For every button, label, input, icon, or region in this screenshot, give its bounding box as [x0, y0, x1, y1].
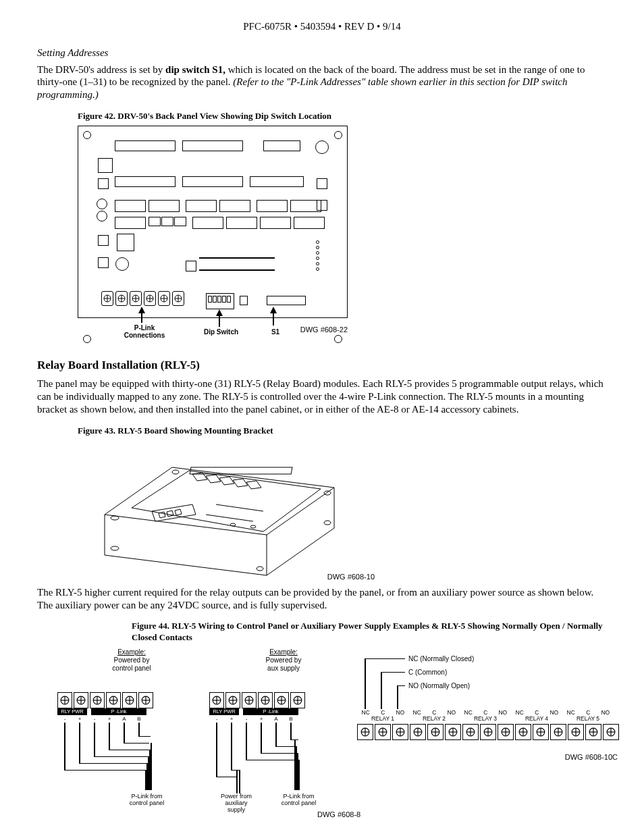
fig43-dwg: DWG #608-10: [327, 573, 375, 582]
pin: B: [284, 716, 298, 723]
caption-plink-1: P-Link from control panel: [115, 793, 179, 807]
relay-terminal: [550, 724, 566, 740]
s1-label: S1: [265, 328, 286, 336]
relay-name: RELAY 4: [511, 715, 562, 723]
example2-head: Example:: [216, 648, 351, 657]
relay-terminal: [357, 724, 373, 740]
relay-terminal: [410, 724, 426, 740]
caption-plink-2: P-Link from control panel: [270, 793, 327, 807]
pin: A: [117, 716, 132, 723]
pin: A: [269, 716, 284, 723]
pin: +: [254, 716, 269, 723]
dip-label: Dip Switch: [199, 328, 243, 336]
svg-point-42: [250, 525, 256, 528]
svg-line-39: [206, 515, 253, 521]
relay-name: RELAY 3: [460, 715, 511, 723]
plink-label-2: P -Link: [243, 708, 298, 715]
figure42-caption: Figure 42. DRV-50's Back Panel View Show…: [78, 111, 607, 122]
pin: -: [87, 716, 102, 723]
plink-terminals: [101, 291, 184, 306]
figure43: DWG #608-10: [91, 440, 348, 582]
relay-terminal: [462, 724, 479, 740]
relay-terminal: [515, 724, 531, 740]
figure44-caption: Figure 44. RLY-5 Wiring to Control Panel…: [132, 621, 607, 643]
s1-connector: [267, 296, 306, 305]
ex1-l1: Powered by: [114, 656, 150, 664]
example1-head: Example:: [64, 648, 199, 657]
figure42: P-Link Connections Dip Switch S1 DWG #60…: [78, 126, 607, 348]
pin: +: [224, 716, 239, 723]
terminal-row-2: [209, 692, 305, 708]
relay-terminal: [480, 724, 496, 740]
figure44: Example: Powered bycontrol panel RLY PWR…: [51, 648, 618, 834]
relay-terminal: [392, 724, 408, 740]
svg-marker-28: [132, 471, 321, 531]
plink-label-1: P -Link: [91, 708, 146, 715]
rlypwr-label-1: RLY PWR: [57, 708, 87, 715]
paragraph-rly5-2: The RLY-5 higher current required for th…: [37, 586, 607, 612]
relay-terminal: [568, 724, 584, 740]
pin: +: [72, 716, 87, 723]
figure43-caption: Figure 43. RLY-5 Board Showing Mounting …: [78, 425, 607, 436]
ex1-l2: control panel: [112, 664, 151, 672]
pin: +: [102, 716, 117, 723]
terminal-row-1: [57, 692, 153, 708]
svg-line-20: [267, 488, 334, 535]
svg-point-27: [257, 567, 263, 571]
relay-terminal: [498, 724, 514, 740]
svg-marker-30: [206, 475, 221, 483]
legend-no: NO (Normally Open): [408, 682, 470, 691]
relay-terminal: [445, 724, 461, 740]
relay-header: NCCNORELAY 4: [511, 709, 563, 716]
relay-name: RELAY 1: [357, 715, 408, 723]
relay-header: NCCNORELAY 3: [460, 709, 512, 716]
ex2-l1: Powered by: [266, 656, 302, 664]
rlypwr-label-2: RLY PWR: [209, 708, 239, 715]
relay-header: NCCNORELAY 1: [357, 709, 409, 716]
relay-terminal-row: [357, 724, 619, 740]
svg-marker-32: [233, 479, 248, 487]
relay-header: NCCNORELAY 5: [562, 709, 614, 716]
svg-point-22: [111, 516, 119, 520]
fig42-dwg: DWG #608-22: [287, 325, 348, 334]
paragraph-addresses: The DRV-50's address is set by dip switc…: [37, 63, 607, 101]
pin: -: [57, 716, 72, 723]
relay-terminal: [533, 724, 549, 740]
svg-marker-37: [167, 511, 173, 517]
svg-marker-18: [105, 467, 334, 575]
relay-terminal: [585, 724, 601, 740]
relay-header: NCCNORELAY 2: [408, 709, 460, 716]
svg-line-40: [216, 504, 263, 511]
svg-marker-33: [246, 481, 261, 489]
pin: B: [132, 716, 146, 723]
relay-terminal: [603, 724, 619, 740]
doc-header: PFC-6075R • 5403594 • REV D • 9/14: [37, 20, 607, 33]
pin: -: [239, 716, 254, 723]
fig44-dwg-right: DWG #608-10C: [565, 753, 618, 762]
svg-marker-31: [219, 477, 234, 485]
svg-point-41: [230, 523, 236, 526]
relay-terminal: [375, 724, 391, 740]
svg-marker-38: [175, 509, 182, 515]
pin: -: [209, 716, 224, 723]
legend-c: C (Common): [408, 669, 447, 677]
svg-point-26: [324, 521, 331, 525]
subheading-setting-addresses: Setting Addresses: [37, 47, 607, 59]
svg-marker-36: [159, 512, 165, 518]
legend-nc: NC (Normally Closed): [408, 655, 474, 664]
relay-name: RELAY 5: [562, 715, 614, 723]
ex2-l2: aux supply: [267, 664, 300, 672]
relay-terminal: [427, 724, 444, 740]
svg-point-25: [324, 491, 331, 495]
para-bold: dip switch S1,: [165, 64, 225, 75]
paragraph-rly5-1: The panel may be equipped with thirty-on…: [37, 377, 607, 415]
svg-point-23: [111, 546, 119, 550]
section-title-rly5: Relay Board Installation (RLY-5): [37, 358, 607, 372]
svg-point-24: [172, 470, 179, 474]
plink-label: P-Link Connections: [118, 324, 171, 339]
fig44-dwg-left: DWG #608-8: [317, 810, 360, 820]
para-text: The DRV-50's address is set by: [37, 64, 165, 75]
relay-name: RELAY 2: [408, 715, 460, 723]
caption-aux: Power from auxiliary supply: [209, 793, 263, 814]
